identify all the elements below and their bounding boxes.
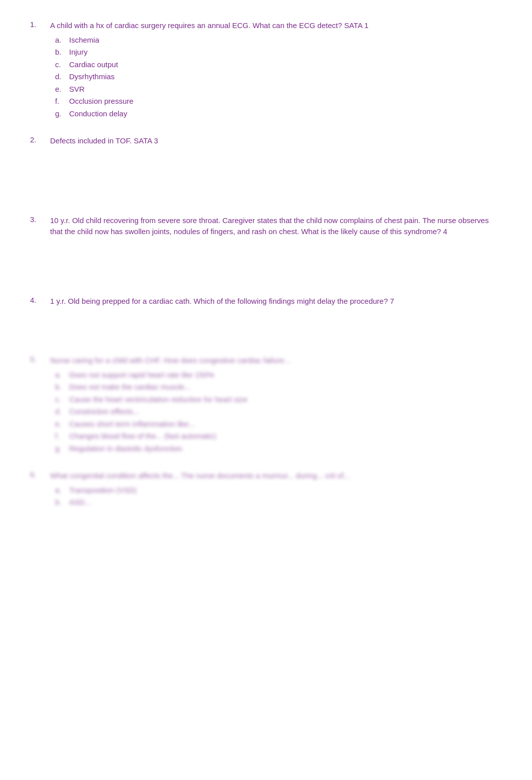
spacer-3 xyxy=(30,325,502,355)
question-item-1: 1. A child with a hx of cardiac surgery … xyxy=(30,20,502,120)
answer-6b-text: ASD... xyxy=(69,497,91,508)
answer-5g-letter: g. xyxy=(55,443,65,455)
question-5-answers: a. Does not support rapid heart rate lik… xyxy=(50,369,502,455)
answer-5g: g. Regulation in diastolic dysfunction xyxy=(55,443,502,455)
question-3-number: 3. xyxy=(30,215,45,241)
question-1-content: A child with a hx of cardiac surgery req… xyxy=(50,20,502,120)
answer-6a: a. Transposition (VSD) xyxy=(55,485,502,496)
question-item-6: 6. What congenital condition affects the… xyxy=(30,470,502,509)
answer-5c: c. Cause the heart ventriculation reduct… xyxy=(55,394,502,406)
question-1-text: A child with a hx of cardiac surgery req… xyxy=(50,20,502,32)
answer-1b-letter: b. xyxy=(55,47,65,58)
answer-6b: b. ASD... xyxy=(55,497,502,508)
question-3-content: 10 y.r. Old child recovering from severe… xyxy=(50,215,502,241)
answer-5e-letter: e. xyxy=(55,419,65,430)
answer-1c-text: Cardiac output xyxy=(69,59,118,71)
question-6-text: What congenital condition affects the...… xyxy=(50,470,502,482)
spacer-1 xyxy=(30,165,502,205)
spacer-2 xyxy=(30,256,502,296)
answer-1a: a. Ischemia xyxy=(55,35,502,46)
answer-1d-letter: d. xyxy=(55,71,65,83)
answer-5d-text: Constriction effects... xyxy=(69,406,139,418)
question-item-3: 3. 10 y.r. Old child recovering from sev… xyxy=(30,215,502,241)
answer-1d-text: Dysrhythmias xyxy=(69,71,115,83)
question-6-answers: a. Transposition (VSD) b. ASD... xyxy=(50,485,502,508)
answer-5g-text: Regulation in diastolic dysfunction xyxy=(69,443,182,455)
answer-1b: b. Injury xyxy=(55,47,502,58)
answer-5f: f. Changes blood flow of the... (fast au… xyxy=(55,431,502,442)
answer-5a-letter: a. xyxy=(55,369,65,381)
answer-5c-text: Cause the heart ventriculation reduction… xyxy=(69,394,247,406)
answer-1b-text: Injury xyxy=(69,47,88,58)
answer-1g: g. Conduction delay xyxy=(55,108,502,120)
question-2-text: Defects included in TOF. SATA 3 xyxy=(50,135,502,147)
question-item-4: 4. 1 y.r. Old being prepped for a cardia… xyxy=(30,296,502,310)
answer-5b: b. Does not make the cardiac muscle... xyxy=(55,381,502,393)
answer-5a-text: Does not support rapid heart rate like 1… xyxy=(69,369,214,381)
question-2-number: 2. xyxy=(30,135,45,150)
answer-6a-text: Transposition (VSD) xyxy=(69,485,137,496)
answer-1g-text: Conduction delay xyxy=(69,108,127,120)
answer-1e-letter: e. xyxy=(55,84,65,95)
answer-1e-text: SVR xyxy=(69,84,85,95)
answer-5b-letter: b. xyxy=(55,381,65,393)
answer-6a-letter: a. xyxy=(55,485,65,496)
question-5-content: Nurse caring for a child with CHF. How d… xyxy=(50,355,502,455)
answer-5f-text: Changes blood flow of the... (fast autom… xyxy=(69,431,216,442)
answer-1f-text: Occlusion pressure xyxy=(69,96,133,107)
question-5-text: Nurse caring for a child with CHF. How d… xyxy=(50,355,502,366)
question-1-number: 1. xyxy=(30,20,45,120)
question-6-content: What congenital condition affects the...… xyxy=(50,470,502,509)
answer-5d: d. Constriction effects... xyxy=(55,406,502,418)
question-4-text: 1 y.r. Old being prepped for a cardiac c… xyxy=(50,296,502,307)
question-item-5: 5. Nurse caring for a child with CHF. Ho… xyxy=(30,355,502,455)
question-3-text: 10 y.r. Old child recovering from severe… xyxy=(50,215,502,238)
question-1-answers: a. Ischemia b. Injury c. Cardiac output … xyxy=(50,35,502,120)
answer-1a-text: Ischemia xyxy=(69,35,99,46)
answer-1c: c. Cardiac output xyxy=(55,59,502,71)
answer-1f: f. Occlusion pressure xyxy=(55,96,502,107)
answer-1a-letter: a. xyxy=(55,35,65,46)
answer-1g-letter: g. xyxy=(55,108,65,120)
question-5-number: 5. xyxy=(30,355,45,455)
question-2-content: Defects included in TOF. SATA 3 xyxy=(50,135,502,150)
question-4-content: 1 y.r. Old being prepped for a cardiac c… xyxy=(50,296,502,310)
answer-5a: a. Does not support rapid heart rate lik… xyxy=(55,369,502,381)
answer-5e: e. Causes short term inflammation like..… xyxy=(55,419,502,430)
question-6-number: 6. xyxy=(30,470,45,509)
answer-5f-letter: f. xyxy=(55,431,65,442)
answer-1f-letter: f. xyxy=(55,96,65,107)
question-4-number: 4. xyxy=(30,296,45,310)
answer-6b-letter: b. xyxy=(55,497,65,508)
answer-5c-letter: c. xyxy=(55,394,65,406)
answer-1d: d. Dysrhythmias xyxy=(55,71,502,83)
question-item-2: 2. Defects included in TOF. SATA 3 xyxy=(30,135,502,150)
question-list: 1. A child with a hx of cardiac surgery … xyxy=(30,20,502,509)
answer-5d-letter: d. xyxy=(55,406,65,418)
answer-1e: e. SVR xyxy=(55,84,502,95)
answer-5b-text: Does not make the cardiac muscle... xyxy=(69,381,191,393)
answer-1c-letter: c. xyxy=(55,59,65,71)
answer-5e-text: Causes short term inflammation like... xyxy=(69,419,195,430)
